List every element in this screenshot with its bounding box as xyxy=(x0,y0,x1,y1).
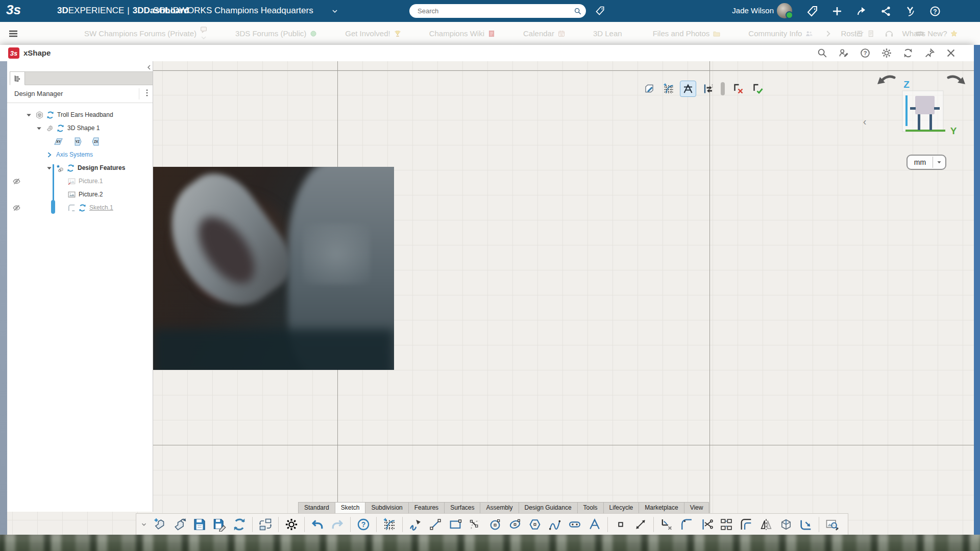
ellipse-button[interactable] xyxy=(506,516,524,533)
help-button[interactable] xyxy=(860,47,871,59)
arc-button[interactable] xyxy=(467,516,484,533)
rotate-right-icon[interactable] xyxy=(948,77,961,81)
tree-item-axis-systems[interactable]: Axis Systems xyxy=(7,148,153,161)
units-select[interactable]: mm xyxy=(906,155,946,170)
tabs-overflow-button[interactable] xyxy=(823,29,833,39)
refresh-button[interactable] xyxy=(902,47,914,59)
offset-button[interactable] xyxy=(738,516,755,533)
tab-design-guidance[interactable]: Design Guidance xyxy=(519,502,578,513)
tag-button[interactable] xyxy=(806,5,819,17)
redo-button[interactable] xyxy=(329,516,346,533)
toolbar-expand-icon[interactable] xyxy=(140,521,148,528)
tag-icon[interactable] xyxy=(595,6,605,16)
tab-standard[interactable]: Standard xyxy=(298,502,335,513)
dashboard-tab-3ds-forums[interactable]: 3DS Forums (Public) xyxy=(235,29,317,38)
user-name[interactable]: Jade Wilson xyxy=(732,6,774,15)
support-button[interactable] xyxy=(884,29,894,39)
dashboard-title[interactable]: SOLIDWORKS Champions Headquarters xyxy=(153,6,313,16)
tree-item-picture-2[interactable]: Picture.2 xyxy=(7,188,153,201)
project-button[interactable] xyxy=(797,516,815,533)
tree-item-sketch-1[interactable]: Sketch.1 xyxy=(7,201,153,214)
tree-item-planes[interactable] xyxy=(7,135,153,148)
save-options-button[interactable] xyxy=(211,516,228,533)
polygon-button[interactable] xyxy=(526,516,544,533)
tab-subdivision[interactable]: Subdivision xyxy=(365,502,408,513)
trim-button[interactable] xyxy=(698,516,715,533)
edit-sketch-plane-button[interactable] xyxy=(641,81,657,97)
share-button[interactable] xyxy=(855,5,868,17)
exit-sketch-cancel-button[interactable] xyxy=(730,81,746,97)
exit-sketch-accept-button[interactable] xyxy=(749,81,766,97)
menu-icon[interactable] xyxy=(7,28,19,40)
add-content-button[interactable] xyxy=(831,5,843,17)
snap-grid-button[interactable] xyxy=(660,81,677,97)
normal-view-button[interactable] xyxy=(680,81,696,97)
open-button[interactable] xyxy=(171,516,188,533)
text-button[interactable] xyxy=(586,516,603,533)
tree-item-design-features[interactable]: Design Features xyxy=(7,161,153,174)
visibility-cell[interactable] xyxy=(12,204,24,212)
3ds-apps-button[interactable] xyxy=(904,5,917,17)
rectangle-button[interactable] xyxy=(447,516,464,533)
flip-direction-button[interactable] xyxy=(699,81,716,97)
sketch-gesture-button[interactable] xyxy=(407,516,424,533)
tree-item-troll-ears-headband[interactable]: Troll Ears Headband xyxy=(7,108,153,121)
insert-picture-button[interactable] xyxy=(823,516,841,533)
settings-button[interactable] xyxy=(881,47,892,59)
tab-tools[interactable]: Tools xyxy=(577,502,604,513)
settings-button[interactable] xyxy=(283,516,300,533)
sketch-grid-button[interactable] xyxy=(381,516,398,533)
help-button[interactable] xyxy=(929,5,941,17)
tree-item-picture-1[interactable]: Picture.1 xyxy=(7,174,153,188)
box-button[interactable] xyxy=(777,516,795,533)
circle-button[interactable] xyxy=(486,516,504,533)
rotate-left-icon[interactable] xyxy=(881,77,894,81)
search-icon[interactable] xyxy=(574,7,582,15)
dashboard-tab-champions-wiki[interactable]: Champions Wiki xyxy=(429,29,496,38)
mirror-button[interactable] xyxy=(757,516,775,533)
list-view-button[interactable] xyxy=(853,29,864,39)
exchange-button[interactable] xyxy=(257,516,274,533)
tab-design-tree[interactable] xyxy=(10,71,25,85)
help-button[interactable] xyxy=(355,516,372,533)
dashboard-tab-community-info[interactable]: Community Info xyxy=(748,29,813,38)
line-button[interactable] xyxy=(427,516,444,533)
spline-button[interactable] xyxy=(546,516,564,533)
tab-surfaces[interactable]: Surfaces xyxy=(444,502,480,513)
save-button[interactable] xyxy=(191,516,208,533)
dashboard-title-chevron-icon[interactable] xyxy=(331,7,339,15)
dashboard-tab-calendar[interactable]: Calendar xyxy=(523,29,566,38)
history-indicator-handle[interactable] xyxy=(51,200,55,214)
pin-button[interactable] xyxy=(924,47,935,59)
new-part-button[interactable] xyxy=(151,516,168,533)
dashboard-tab-files-and-photos[interactable]: Files and Photos xyxy=(653,29,721,38)
tree-item-3d-shape-1[interactable]: 3D Shape 1 xyxy=(7,121,153,135)
visibility-cell[interactable] xyxy=(12,177,24,186)
share-user-button[interactable] xyxy=(838,47,849,59)
kebab-menu-icon[interactable] xyxy=(139,88,154,99)
chamfer-button[interactable] xyxy=(658,516,675,533)
tab-features[interactable]: Features xyxy=(408,502,445,513)
pattern-button[interactable] xyxy=(718,516,735,533)
tab-assembly[interactable]: Assembly xyxy=(480,502,519,513)
network-button[interactable] xyxy=(880,5,892,17)
dimension-button[interactable] xyxy=(632,516,649,533)
dashboard-tab-3d-lean[interactable]: 3D Lean xyxy=(593,29,625,38)
close-button[interactable] xyxy=(945,47,957,59)
search-button[interactable] xyxy=(817,47,828,59)
search-input[interactable] xyxy=(416,7,574,15)
avatar[interactable] xyxy=(777,3,792,18)
undo-button[interactable] xyxy=(309,516,326,533)
tab-sketch[interactable]: Sketch xyxy=(335,502,366,513)
tab-view[interactable]: View xyxy=(684,502,709,513)
dashboard-tab-get-involved[interactable]: Get Involved! xyxy=(345,29,401,38)
point-button[interactable] xyxy=(612,516,629,533)
more-apps-button[interactable] xyxy=(915,29,925,39)
tab-lifecycle[interactable]: Lifecycle xyxy=(603,502,640,513)
slot-button[interactable] xyxy=(566,516,583,533)
reference-photo-troll-ear[interactable] xyxy=(153,167,394,370)
sync-button[interactable] xyxy=(231,516,248,533)
dashboard-tab-sw-champions-forums[interactable]: SW Champions Forums (Private) xyxy=(84,26,208,42)
tab-marketplace[interactable]: Marketplace xyxy=(639,502,684,513)
fillet-button[interactable] xyxy=(678,516,695,533)
